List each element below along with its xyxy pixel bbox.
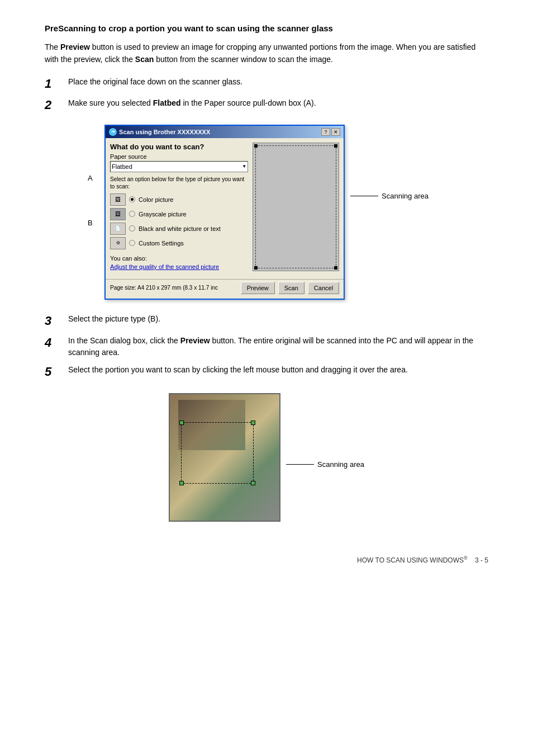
select-hint: Select an option below for the type of p…: [110, 176, 248, 190]
custom-icon: ⚙: [110, 237, 126, 249]
dialog-titlebar: ➜ Scan using Brother XXXXXXXX ? ✕: [106, 126, 344, 138]
footer-buttons: Preview Scan Cancel: [241, 282, 339, 294]
label-b: B: [88, 219, 93, 227]
picture-type-options: 🖼 Color picture 🖼 Grayscale picture: [110, 193, 248, 249]
step-1: 1 Place the original face down on the sc…: [45, 76, 488, 92]
scanning-area-line: [350, 196, 378, 196]
grayscale-label: Grayscale picture: [139, 211, 187, 218]
color-picture-icon: 🖼: [110, 193, 126, 206]
flatbed-dropdown[interactable]: Flatbed ▼: [110, 161, 248, 172]
radio-color[interactable]: 🖼 Color picture: [110, 193, 248, 206]
corner-handle-tl: [254, 144, 258, 148]
color-picture-label: Color picture: [139, 196, 173, 203]
step-number-1: 1: [45, 76, 65, 92]
step2-after: in the Paper source pull-down box (A).: [181, 98, 316, 107]
scanning-area-line2: [286, 464, 314, 465]
radio-circle-bw: [129, 225, 135, 231]
selection-corner-bl: [179, 481, 184, 485]
step-text-1: Place the original face down on the scan…: [68, 76, 242, 88]
scan-preview-area: [253, 143, 339, 271]
step-text-5: Select the portion you want to scan by c…: [68, 364, 408, 376]
custom-label: Custom Settings: [139, 240, 184, 247]
dialog-footer: Page size: A4 210 x 297 mm (8.3 x 11.7 i…: [106, 279, 344, 299]
radio-circle-grayscale: [129, 211, 135, 217]
dialog-left-panel: What do you want to scan? Paper source F…: [110, 143, 248, 275]
step-text-3: Select the picture type (B).: [68, 313, 160, 325]
corner-handle-bl: [254, 266, 258, 270]
selection-corner-tr: [251, 420, 255, 425]
scan-image-section: Scanning area: [45, 393, 488, 522]
corner-handle-br: [334, 266, 337, 270]
dialog-controls: ? ✕: [321, 128, 340, 136]
step4-before: In the Scan dialog box, click the: [68, 336, 180, 345]
intro-text-after: button from the scanner window to scan t…: [154, 55, 333, 64]
help-button[interactable]: ?: [321, 128, 330, 136]
footer-page: 3 - 5: [475, 556, 488, 564]
preview-button[interactable]: Preview: [241, 282, 275, 294]
radio-bw[interactable]: 📄 Black and white picture or text: [110, 223, 248, 235]
radio-circle-color: [129, 196, 135, 202]
preview-bold: Preview: [60, 42, 90, 51]
dialog-title-left: ➜ Scan using Brother XXXXXXXX: [109, 128, 210, 136]
close-button[interactable]: ✕: [331, 128, 340, 136]
corner-handle-tr: [334, 144, 337, 148]
grayscale-icon: 🖼: [110, 208, 126, 220]
step-2: 2 Make sure you selected Flatbed in the …: [45, 97, 488, 114]
label-a: A: [88, 174, 93, 182]
paper-source-label: Paper source: [110, 153, 248, 160]
dialog-right-panel: [253, 143, 339, 275]
step-number-2: 2: [45, 97, 65, 114]
footer: HOW TO SCAN USING WINDOWS® 3 - 5: [45, 555, 488, 564]
footer-text: HOW TO SCAN USING WINDOWS: [357, 556, 464, 564]
adjust-quality-link[interactable]: Adjust the quality of the scanned pictur…: [110, 263, 248, 270]
step-number-4: 4: [45, 335, 65, 351]
cancel-button[interactable]: Cancel: [308, 282, 339, 294]
you-can-also: You can also:: [110, 255, 248, 262]
step4-bold: Preview: [180, 336, 210, 345]
scanning-area-label: Scanning area: [382, 192, 429, 200]
step-text-4: In the Scan dialog box, click the Previe…: [68, 335, 488, 358]
step-4: 4 In the Scan dialog box, click the Prev…: [45, 335, 488, 358]
step2-bold: Flatbed: [153, 98, 181, 107]
intro-paragraph: The Preview button is used to preview an…: [45, 41, 488, 66]
dropdown-arrow-icon: ▼: [242, 164, 246, 169]
scan-image-box: [169, 393, 280, 522]
dialog-body: What do you want to scan? Paper source F…: [106, 138, 344, 279]
radio-dot-color: [131, 198, 134, 201]
dashed-border: [255, 145, 336, 268]
scan-bold: Scan: [135, 55, 154, 64]
scan-dialog: ➜ Scan using Brother XXXXXXXX ? ✕ What d…: [104, 125, 345, 300]
selection-corner-tl: [179, 420, 184, 425]
footer-superscript: ®: [464, 555, 468, 561]
radio-circle-custom: [129, 240, 135, 246]
section-title: PreScanning to crop a portion you want t…: [45, 22, 488, 34]
radio-custom[interactable]: ⚙ Custom Settings: [110, 237, 248, 249]
bw-label: Black and white picture or text: [139, 225, 221, 232]
bw-icon: 📄: [110, 223, 126, 235]
what-scan-title: What do you want to scan?: [110, 143, 248, 151]
radio-grayscale[interactable]: 🖼 Grayscale picture: [110, 208, 248, 220]
intro-text-before: The: [45, 42, 60, 51]
scan-button[interactable]: Scan: [278, 282, 304, 294]
scanning-area-label2-container: Scanning area: [286, 460, 364, 469]
step-text-2: Make sure you selected Flatbed in the Pa…: [68, 97, 316, 109]
flatbed-value: Flatbed: [112, 163, 132, 170]
scanner-diagram-section: A B ➜ Scan using Brother XXXXXXXX ? ✕ Wh…: [45, 125, 488, 300]
scan-image-container: Scanning area: [169, 393, 364, 522]
dialog-title: Scan using Brother XXXXXXXX: [119, 129, 210, 135]
scan-selection: [181, 422, 254, 484]
step-number-5: 5: [45, 364, 65, 380]
page-size-label: Page size: A4 210 x 297 mm (8.3 x 11.7 i…: [110, 285, 218, 291]
step-5: 5 Select the portion you want to scan by…: [45, 364, 488, 380]
scanner-icon: ➜: [109, 128, 117, 136]
selection-corner-br: [251, 481, 255, 485]
scanning-area-label2: Scanning area: [317, 460, 364, 469]
step2-before: Make sure you selected: [68, 98, 153, 107]
step-number-3: 3: [45, 313, 65, 329]
scanner-diagram-inner: A B ➜ Scan using Brother XXXXXXXX ? ✕ Wh…: [104, 125, 429, 300]
step-3: 3 Select the picture type (B).: [45, 313, 488, 329]
